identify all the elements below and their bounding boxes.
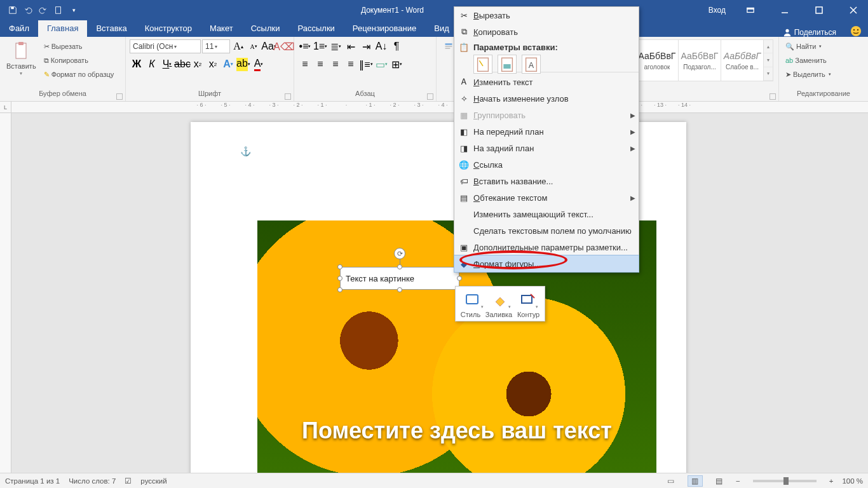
font-size-combo[interactable]: 11▾ [202,39,230,53]
qat-customize-icon[interactable]: ▾ [66,3,81,18]
font-color-icon[interactable]: A▾ [252,57,266,71]
shading-icon[interactable]: ▭▾ [374,57,388,71]
increase-indent-icon[interactable]: ⇥ [359,39,373,53]
sort-icon[interactable]: A↓ [374,39,388,53]
ctx-edit-points[interactable]: ✧Начать изменение узлов [454,90,639,107]
copy-button[interactable]: ⧉Копировать [41,53,117,67]
underline-icon[interactable]: Ч▾ [160,57,174,71]
style-item[interactable]: АаБбВвГПодзагол... [678,39,721,81]
tab-home[interactable]: Главная [38,20,87,37]
redo-icon[interactable] [36,3,51,18]
zoom-thumb[interactable] [783,477,789,485]
bullets-icon[interactable]: •≡▾ [298,39,312,53]
tab-selector-icon[interactable]: L [0,102,11,113]
mini-fill-button[interactable]: ▾ [489,290,511,309]
ctx-insert-caption[interactable]: 🏷Вставить название... [454,173,639,189]
dialog-launcher-icon[interactable] [116,93,123,100]
view-web-icon[interactable]: ▤ [712,475,727,487]
rotate-handle-icon[interactable]: ⟳ [394,248,405,259]
ctx-cut[interactable]: ✂Вырезать [454,7,639,24]
line-spacing-icon[interactable]: ‖≡▾ [359,57,373,71]
paste-button[interactable]: Вставить ▾ [4,39,39,78]
cut-button[interactable]: ✂Вырезать [41,39,117,53]
clear-format-icon[interactable]: A⌫ [277,39,291,53]
align-right-icon[interactable]: ≡ [329,57,342,71]
style-item[interactable]: АаБбВвГаголовок [635,39,679,81]
text-effects-icon[interactable]: A▾ [221,57,235,71]
mini-style-button[interactable]: ▾ [462,290,484,309]
subscript-icon[interactable]: x2 [191,57,205,71]
paste-picture-icon[interactable] [498,55,517,74]
tab-references[interactable]: Ссылки [242,20,289,37]
resize-handle[interactable] [337,287,342,292]
resize-handle[interactable] [397,264,402,269]
horizontal-ruler[interactable]: · 6 ·· 5 ·· 4 ·· 3 ·· 2 ·· 1 ··· 1 ·· 2 … [11,102,868,113]
view-print-icon[interactable]: ▥ [688,475,703,487]
tab-insert[interactable]: Вставка [87,20,135,37]
grow-font-icon[interactable]: A▴ [231,39,245,53]
ctx-text-wrap[interactable]: ▤Обтекание текстом▶ [454,189,639,206]
undo-icon[interactable] [20,3,36,18]
replace-button[interactable]: abЗаменить [783,53,829,67]
ctx-bring-front[interactable]: ◧На передний план▶ [454,123,639,140]
ctx-send-back[interactable]: ◨На задний план▶ [454,140,639,156]
paste-keep-source-icon[interactable] [473,55,492,74]
gallery-scroll[interactable]: ▴▾▾ [763,39,773,81]
italic-icon[interactable]: К [145,57,159,71]
align-center-icon[interactable]: ≡ [313,57,327,71]
ctx-format-shape[interactable]: ◆ Формат фигуры... [454,255,639,272]
dialog-launcher-icon[interactable] [770,93,776,100]
highlight-icon[interactable]: ab▾ [236,57,250,71]
ribbon-display-icon[interactable] [736,0,765,20]
share-button[interactable]: Поделиться [775,28,844,37]
minimize-icon[interactable] [770,0,799,20]
dialog-launcher-icon[interactable] [285,93,291,100]
status-language[interactable]: русский [140,477,166,485]
ctx-edit-text[interactable]: ᎪИзменить текст [454,74,639,90]
font-name-combo[interactable]: Calibri (Осн▾ [130,39,201,53]
tab-review[interactable]: Рецензирование [344,20,425,37]
status-words[interactable]: Число слов: 7 [69,477,116,485]
ctx-copy[interactable]: ⧉Копировать [454,24,639,40]
resize-handle[interactable] [337,264,342,269]
resize-handle[interactable] [397,287,402,292]
tab-layout[interactable]: Макет [201,20,242,37]
textbox-selection[interactable]: ⟳ Текст на картинке [340,267,459,290]
justify-icon[interactable]: ≡ [344,57,358,71]
ctx-more-layout[interactable]: ▣Дополнительные параметры разметки... [454,239,639,255]
dialog-launcher-icon[interactable] [427,93,433,100]
borders-icon[interactable]: ⊞▾ [390,57,403,71]
ctx-link[interactable]: 🌐Ссылка [454,156,639,173]
show-marks-icon[interactable]: ¶ [390,39,403,53]
tab-file[interactable]: Файл [0,20,38,37]
mini-outline-button[interactable]: ▾ [517,290,538,309]
superscript-icon[interactable]: x2 [206,57,220,71]
decrease-indent-icon[interactable]: ⇤ [344,39,358,53]
ctx-default-textbox[interactable]: Сделать текстовым полем по умолчанию [454,222,639,239]
shrink-font-icon[interactable]: A▾ [247,39,261,53]
save-icon[interactable] [5,3,20,18]
multilevel-icon[interactable]: ≣▾ [329,39,342,53]
view-read-icon[interactable]: ▭ [663,475,679,487]
find-button[interactable]: 🔍Найти▾ [783,39,824,53]
vertical-ruler[interactable] [0,113,11,473]
paste-text-only-icon[interactable]: A [522,55,541,74]
numbering-icon[interactable]: 1≡▾ [313,39,327,53]
textbox[interactable]: Текст на картинке [340,267,459,290]
resize-handle[interactable] [457,276,462,281]
ctx-alt-text[interactable]: Изменить замещающий текст... [454,206,639,222]
status-page[interactable]: Страница 1 из 1 [5,477,60,485]
close-icon[interactable] [839,0,868,20]
strikethrough-icon[interactable]: abc [175,57,189,71]
zoom-out-icon[interactable]: − [736,477,740,485]
zoom-value[interactable]: 100 % [842,477,863,485]
signin-label[interactable]: Вход [703,6,731,15]
align-left-icon[interactable]: ≡ [298,57,312,71]
zoom-slider[interactable] [753,480,817,482]
resize-handle[interactable] [337,276,342,281]
format-painter-button[interactable]: ✎Формат по образцу [41,67,117,81]
new-doc-icon[interactable] [51,3,66,18]
style-item[interactable]: АаБбВвГСлабое в... [721,39,764,81]
tab-mailings[interactable]: Рассылки [288,20,343,37]
maximize-icon[interactable] [804,0,834,20]
